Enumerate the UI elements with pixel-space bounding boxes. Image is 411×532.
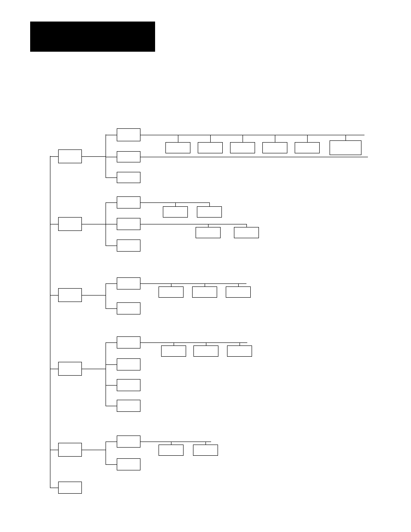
leaf-box-g1s1-0 bbox=[165, 142, 190, 153]
tick-g4s1-0 bbox=[174, 342, 174, 345]
tick-g2s2-0 bbox=[208, 224, 209, 227]
leaf-box-g5s1-1 bbox=[193, 445, 218, 456]
leaf-box-g2s1-0 bbox=[163, 206, 188, 218]
tick-g3s1-0 bbox=[171, 283, 171, 286]
sub-box-g3s1 bbox=[117, 277, 140, 289]
sub-box-g1s3 bbox=[117, 172, 140, 183]
tick-g1s1-1 bbox=[210, 135, 211, 142]
connector-g2s3 bbox=[106, 246, 117, 246]
sub-box-g4s3 bbox=[117, 379, 140, 391]
tick-g1s1-0 bbox=[178, 135, 178, 142]
subtrunk-g4 bbox=[106, 342, 106, 406]
connector-g3s2 bbox=[106, 308, 117, 309]
sub-box-g2s3 bbox=[117, 240, 140, 252]
tick-g3s1-2 bbox=[238, 283, 239, 286]
sub-box-g4s2 bbox=[117, 358, 140, 370]
leaf-box-g2s1-1 bbox=[197, 206, 222, 218]
sub-box-g1s1 bbox=[117, 128, 140, 141]
tick-g1s1-3 bbox=[275, 135, 275, 142]
horiz-g3s1 bbox=[140, 283, 246, 284]
leaf-box-g2s2-1 bbox=[234, 227, 259, 238]
tick-g1s1-4 bbox=[307, 135, 308, 142]
sub-box-g3s2 bbox=[117, 302, 140, 314]
group-box-g6 bbox=[58, 482, 82, 494]
group-box-g5 bbox=[58, 443, 82, 457]
connector-g4s4 bbox=[106, 406, 117, 406]
connector-g5 bbox=[50, 450, 58, 450]
horiz-g1s1 bbox=[140, 135, 364, 135]
horiz-g2s2 bbox=[140, 224, 246, 224]
leaf-box-g1s1-3 bbox=[262, 142, 287, 153]
subtrunk-g5 bbox=[106, 442, 106, 464]
connector-g4s3 bbox=[106, 385, 117, 386]
group-box-g2 bbox=[58, 217, 82, 231]
connector-g2s1 bbox=[106, 202, 117, 203]
sub-box-g2s1 bbox=[117, 196, 140, 208]
leaf-box-g3s1-0 bbox=[159, 286, 184, 298]
sub-box-g4s4 bbox=[117, 400, 140, 412]
connector-g4s1 bbox=[106, 342, 117, 343]
group-box-g1 bbox=[58, 149, 82, 163]
horiz-g5s1 bbox=[140, 442, 211, 442]
connector-g1 bbox=[50, 156, 58, 157]
sub-box-g2s2 bbox=[117, 218, 140, 230]
connector-g5-to-subtrunk bbox=[82, 450, 106, 450]
leaf-box-g1s1-2 bbox=[230, 142, 255, 153]
connector-g1s1 bbox=[106, 135, 117, 135]
main-trunk bbox=[50, 156, 50, 488]
diagram-page bbox=[0, 0, 411, 532]
connector-g4 bbox=[50, 369, 58, 369]
sub-box-g5s2 bbox=[117, 458, 140, 470]
connector-g1s2 bbox=[106, 157, 117, 157]
tick-g1s1-5 bbox=[346, 135, 346, 140]
connector-g5s1 bbox=[106, 442, 117, 442]
sub-box-g4s1 bbox=[117, 336, 140, 348]
tick-g3s1-1 bbox=[205, 283, 205, 286]
leaf-box-g4s1-2 bbox=[227, 345, 252, 357]
connector-g1s3 bbox=[106, 177, 117, 178]
connector-g4-to-subtrunk bbox=[82, 369, 106, 369]
sub-box-g1s2 bbox=[117, 151, 140, 162]
group-box-g4 bbox=[58, 362, 82, 376]
connector-g6 bbox=[50, 488, 58, 488]
connector-g2 bbox=[50, 224, 58, 224]
leaf-box-g5s1-0 bbox=[159, 445, 184, 456]
tick-g4s1-1 bbox=[206, 342, 206, 345]
tick-g5s1-1 bbox=[206, 442, 206, 445]
leaf-box-g3s1-1 bbox=[192, 286, 217, 298]
tick-g2s2-1 bbox=[246, 224, 247, 227]
connector-g3 bbox=[50, 295, 58, 296]
leaf-box-g4s1-0 bbox=[161, 345, 186, 357]
connector-g3s1 bbox=[106, 283, 117, 284]
sub-box-g5s1 bbox=[117, 436, 140, 448]
connector-g4s2 bbox=[106, 364, 117, 365]
subtrunk-g3 bbox=[106, 283, 106, 308]
leaf-box-g1s1-1 bbox=[198, 142, 223, 153]
connector-g2s2 bbox=[106, 224, 117, 224]
leaf-box-g1s1-4 bbox=[295, 142, 320, 153]
tick-g4s1-2 bbox=[240, 342, 240, 345]
connector-g5s2 bbox=[106, 464, 117, 465]
leaf-box-g4s1-1 bbox=[193, 345, 218, 357]
tick-g2s1-1 bbox=[209, 202, 210, 206]
leaf-box-g3s1-2 bbox=[226, 286, 251, 298]
connector-g1-to-subtrunk bbox=[82, 156, 106, 157]
horiz-g4s1 bbox=[140, 342, 247, 343]
connector-g2-to-subtrunk bbox=[82, 224, 106, 224]
tick-g5s1-0 bbox=[171, 442, 171, 445]
group-box-g3 bbox=[58, 288, 82, 302]
tick-g2s1-0 bbox=[175, 202, 176, 206]
header-black-box bbox=[30, 22, 155, 52]
leaf-box-g1s1-5 bbox=[330, 140, 361, 155]
leaf-box-g2s2-0 bbox=[196, 227, 221, 238]
tick-g1s1-2 bbox=[243, 135, 243, 142]
horiz-g1s2 bbox=[140, 157, 368, 157]
subtrunk-g1 bbox=[106, 134, 106, 177]
horiz-g2s1 bbox=[140, 202, 209, 203]
connector-g3-to-subtrunk bbox=[82, 295, 106, 296]
